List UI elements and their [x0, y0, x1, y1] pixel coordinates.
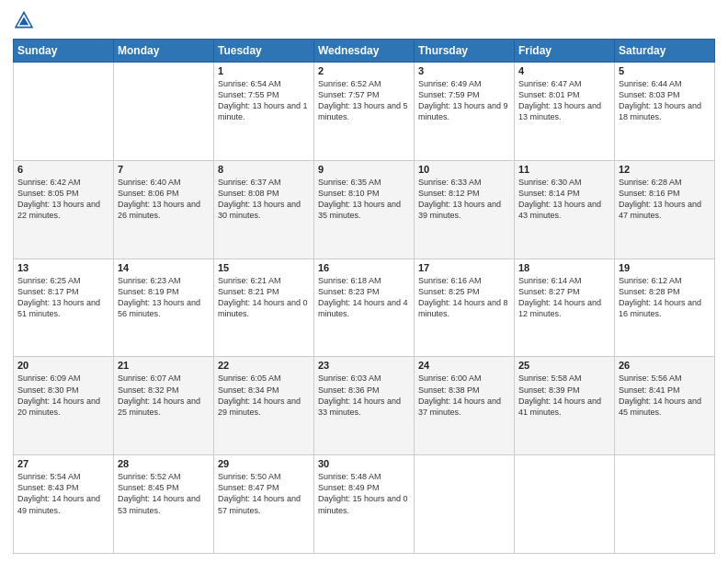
day-info: Sunrise: 5:52 AM Sunset: 8:45 PM Dayligh…	[118, 471, 210, 516]
calendar-cell: 17Sunrise: 6:16 AM Sunset: 8:25 PM Dayli…	[415, 259, 515, 357]
calendar-header-row: SundayMondayTuesdayWednesdayThursdayFrid…	[14, 40, 715, 63]
day-info: Sunrise: 6:14 AM Sunset: 8:27 PM Dayligh…	[518, 275, 610, 320]
calendar-cell: 20Sunrise: 6:09 AM Sunset: 8:30 PM Dayli…	[14, 357, 114, 455]
day-info: Sunrise: 6:23 AM Sunset: 8:19 PM Dayligh…	[118, 275, 210, 320]
day-info: Sunrise: 6:47 AM Sunset: 8:01 PM Dayligh…	[518, 78, 610, 123]
day-info: Sunrise: 6:42 AM Sunset: 8:05 PM Dayligh…	[17, 177, 109, 222]
calendar-cell: 2Sunrise: 6:52 AM Sunset: 7:57 PM Daylig…	[314, 63, 415, 161]
day-number: 30	[318, 458, 410, 469]
day-number: 24	[418, 360, 510, 371]
calendar-week-3: 13Sunrise: 6:25 AM Sunset: 8:17 PM Dayli…	[14, 259, 715, 357]
day-number: 25	[518, 360, 610, 371]
day-number: 28	[118, 458, 210, 469]
day-info: Sunrise: 6:25 AM Sunset: 8:17 PM Dayligh…	[17, 275, 109, 320]
day-number: 23	[318, 360, 410, 371]
weekday-header-tuesday: Tuesday	[214, 40, 314, 63]
day-number: 26	[619, 360, 711, 371]
day-number: 5	[619, 65, 711, 76]
day-number: 2	[318, 65, 410, 76]
day-info: Sunrise: 6:18 AM Sunset: 8:23 PM Dayligh…	[318, 275, 410, 320]
day-number: 29	[218, 458, 310, 469]
day-info: Sunrise: 6:37 AM Sunset: 8:08 PM Dayligh…	[218, 177, 310, 222]
day-number: 7	[118, 164, 210, 175]
day-info: Sunrise: 5:58 AM Sunset: 8:39 PM Dayligh…	[518, 373, 610, 418]
day-number: 21	[118, 360, 210, 371]
calendar-week-1: 1Sunrise: 6:54 AM Sunset: 7:55 PM Daylig…	[14, 63, 715, 161]
calendar-cell: 5Sunrise: 6:44 AM Sunset: 8:03 PM Daylig…	[615, 63, 715, 161]
day-number: 10	[418, 164, 510, 175]
weekday-header-monday: Monday	[114, 40, 214, 63]
day-number: 19	[619, 262, 711, 273]
day-info: Sunrise: 6:05 AM Sunset: 8:34 PM Dayligh…	[218, 373, 310, 418]
calendar-cell: 10Sunrise: 6:33 AM Sunset: 8:12 PM Dayli…	[415, 160, 515, 259]
calendar-cell: 27Sunrise: 5:54 AM Sunset: 8:43 PM Dayli…	[14, 455, 114, 554]
day-info: Sunrise: 6:00 AM Sunset: 8:38 PM Dayligh…	[418, 373, 510, 418]
day-info: Sunrise: 5:54 AM Sunset: 8:43 PM Dayligh…	[17, 471, 109, 516]
calendar-cell: 7Sunrise: 6:40 AM Sunset: 8:06 PM Daylig…	[114, 160, 214, 259]
calendar-cell	[415, 455, 515, 554]
calendar-cell: 8Sunrise: 6:37 AM Sunset: 8:08 PM Daylig…	[214, 160, 314, 259]
calendar-week-5: 27Sunrise: 5:54 AM Sunset: 8:43 PM Dayli…	[14, 455, 715, 554]
day-number: 18	[518, 262, 610, 273]
day-info: Sunrise: 6:16 AM Sunset: 8:25 PM Dayligh…	[418, 275, 510, 320]
day-number: 16	[318, 262, 410, 273]
calendar-week-4: 20Sunrise: 6:09 AM Sunset: 8:30 PM Dayli…	[14, 357, 715, 455]
day-info: Sunrise: 5:56 AM Sunset: 8:41 PM Dayligh…	[619, 373, 711, 418]
day-info: Sunrise: 5:50 AM Sunset: 8:47 PM Dayligh…	[218, 471, 310, 516]
calendar-cell: 25Sunrise: 5:58 AM Sunset: 8:39 PM Dayli…	[515, 357, 615, 455]
day-info: Sunrise: 6:35 AM Sunset: 8:10 PM Dayligh…	[318, 177, 410, 222]
day-number: 27	[17, 458, 109, 469]
calendar-cell: 19Sunrise: 6:12 AM Sunset: 8:28 PM Dayli…	[615, 259, 715, 357]
calendar-cell: 23Sunrise: 6:03 AM Sunset: 8:36 PM Dayli…	[314, 357, 415, 455]
day-info: Sunrise: 5:48 AM Sunset: 8:49 PM Dayligh…	[318, 471, 410, 516]
calendar-cell: 24Sunrise: 6:00 AM Sunset: 8:38 PM Dayli…	[415, 357, 515, 455]
page: SundayMondayTuesdayWednesdayThursdayFrid…	[0, 0, 728, 563]
calendar-cell: 14Sunrise: 6:23 AM Sunset: 8:19 PM Dayli…	[114, 259, 214, 357]
calendar-cell: 6Sunrise: 6:42 AM Sunset: 8:05 PM Daylig…	[14, 160, 114, 259]
calendar-cell: 21Sunrise: 6:07 AM Sunset: 8:32 PM Dayli…	[114, 357, 214, 455]
calendar-table: SundayMondayTuesdayWednesdayThursdayFrid…	[13, 39, 715, 554]
day-info: Sunrise: 6:28 AM Sunset: 8:16 PM Dayligh…	[619, 177, 711, 222]
calendar-cell	[615, 455, 715, 554]
weekday-header-friday: Friday	[515, 40, 615, 63]
day-number: 13	[17, 262, 109, 273]
day-number: 6	[17, 164, 109, 175]
calendar-cell: 28Sunrise: 5:52 AM Sunset: 8:45 PM Dayli…	[114, 455, 214, 554]
day-info: Sunrise: 6:03 AM Sunset: 8:36 PM Dayligh…	[318, 373, 410, 418]
calendar-cell: 30Sunrise: 5:48 AM Sunset: 8:49 PM Dayli…	[314, 455, 415, 554]
day-number: 17	[418, 262, 510, 273]
day-info: Sunrise: 6:40 AM Sunset: 8:06 PM Dayligh…	[118, 177, 210, 222]
header	[13, 9, 715, 31]
calendar-cell	[515, 455, 615, 554]
day-info: Sunrise: 6:21 AM Sunset: 8:21 PM Dayligh…	[218, 275, 310, 320]
day-info: Sunrise: 6:44 AM Sunset: 8:03 PM Dayligh…	[619, 78, 711, 123]
day-info: Sunrise: 6:30 AM Sunset: 8:14 PM Dayligh…	[518, 177, 610, 222]
day-number: 3	[418, 65, 510, 76]
day-number: 9	[318, 164, 410, 175]
day-info: Sunrise: 6:07 AM Sunset: 8:32 PM Dayligh…	[118, 373, 210, 418]
calendar-cell: 4Sunrise: 6:47 AM Sunset: 8:01 PM Daylig…	[515, 63, 615, 161]
calendar-cell: 9Sunrise: 6:35 AM Sunset: 8:10 PM Daylig…	[314, 160, 415, 259]
day-info: Sunrise: 6:33 AM Sunset: 8:12 PM Dayligh…	[418, 177, 510, 222]
day-number: 20	[17, 360, 109, 371]
day-number: 4	[518, 65, 610, 76]
day-info: Sunrise: 6:54 AM Sunset: 7:55 PM Dayligh…	[218, 78, 310, 123]
day-number: 12	[619, 164, 711, 175]
calendar-cell: 16Sunrise: 6:18 AM Sunset: 8:23 PM Dayli…	[314, 259, 415, 357]
calendar-week-2: 6Sunrise: 6:42 AM Sunset: 8:05 PM Daylig…	[14, 160, 715, 259]
day-info: Sunrise: 6:52 AM Sunset: 7:57 PM Dayligh…	[318, 78, 410, 123]
weekday-header-thursday: Thursday	[415, 40, 515, 63]
day-info: Sunrise: 6:49 AM Sunset: 7:59 PM Dayligh…	[418, 78, 510, 123]
day-info: Sunrise: 6:12 AM Sunset: 8:28 PM Dayligh…	[619, 275, 711, 320]
day-number: 15	[218, 262, 310, 273]
calendar-cell: 15Sunrise: 6:21 AM Sunset: 8:21 PM Dayli…	[214, 259, 314, 357]
day-number: 14	[118, 262, 210, 273]
calendar-cell: 12Sunrise: 6:28 AM Sunset: 8:16 PM Dayli…	[615, 160, 715, 259]
weekday-header-wednesday: Wednesday	[314, 40, 415, 63]
calendar-cell: 29Sunrise: 5:50 AM Sunset: 8:47 PM Dayli…	[214, 455, 314, 554]
calendar-cell	[114, 63, 214, 161]
calendar-cell	[14, 63, 114, 161]
calendar-cell: 18Sunrise: 6:14 AM Sunset: 8:27 PM Dayli…	[515, 259, 615, 357]
calendar-cell: 3Sunrise: 6:49 AM Sunset: 7:59 PM Daylig…	[415, 63, 515, 161]
calendar-cell: 26Sunrise: 5:56 AM Sunset: 8:41 PM Dayli…	[615, 357, 715, 455]
